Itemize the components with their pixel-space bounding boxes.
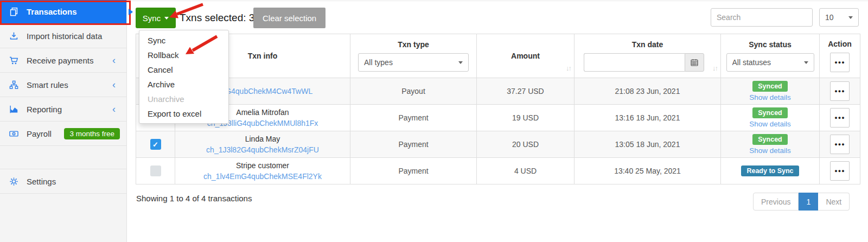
action-cell: ●●● xyxy=(820,131,860,158)
sidebar-item-label: Reporting xyxy=(27,105,62,114)
chevron-collapse-icon: ‹ xyxy=(112,55,120,65)
sync-status-cell: Synced Show details xyxy=(721,105,820,131)
sidebar-item-label: Payroll xyxy=(27,129,52,138)
sidebar-item-settings[interactable]: Settings xyxy=(0,169,126,194)
sidebar-item-payroll[interactable]: Payroll 3 months free xyxy=(0,122,126,146)
sync-dropdown-button[interactable]: Sync xyxy=(136,8,176,28)
page-size-select-wrap: 10 xyxy=(819,8,859,27)
pagination-page-1-button[interactable]: 1 xyxy=(799,193,818,211)
txn-type-filter-select[interactable]: All types xyxy=(358,53,469,72)
txn-date-filter-group xyxy=(584,53,704,72)
status-badge: Synced xyxy=(752,134,787,145)
row-action-button[interactable]: ●●● xyxy=(830,161,850,181)
bulk-action-button[interactable]: ●●● xyxy=(830,53,850,72)
row-action-button[interactable]: ●●● xyxy=(830,108,850,128)
money-icon xyxy=(9,129,19,139)
customer-name: Linda May xyxy=(175,133,350,144)
sidebar-item-label: Smart rules xyxy=(27,80,68,90)
transactions-table: Txn info Txn type All types Amount ↓↑ Tx… xyxy=(136,34,860,184)
sync-status-cell: Synced Show details xyxy=(721,78,820,105)
txn-date-cell: 13:16 18 Jun, 2021 xyxy=(575,105,721,131)
selected-count-text: Txns selected: 3 xyxy=(180,12,254,24)
sync-button-label: Sync xyxy=(143,14,161,23)
txn-date-cell: 13:40 25 May, 2021 xyxy=(575,158,721,184)
calendar-icon xyxy=(690,58,699,67)
table-row: ✓ Amelia Mitrofan ch_1J3lliG4qubChekMMUl… xyxy=(136,105,860,131)
menu-item-export-to-excel[interactable]: Export to excel xyxy=(139,106,228,121)
table-row: ✓ h37G4qubChekM4Cw4TwWL Payout 37.27 USD… xyxy=(136,78,860,105)
amount-cell: 20 USD xyxy=(477,131,575,158)
sort-amount-icon[interactable]: ↓↑ xyxy=(566,64,571,72)
pagination: Previous 1 Next xyxy=(753,193,850,211)
menu-item-unarchive: Unarchive xyxy=(139,92,228,106)
sync-status-filter-wrap: All statuses xyxy=(726,53,814,72)
sitemap-icon xyxy=(9,80,19,90)
txn-date-filter-input[interactable] xyxy=(584,53,685,72)
search-input[interactable] xyxy=(711,8,813,27)
status-badge: Synced xyxy=(752,107,787,119)
sidebar-item-transactions[interactable]: Transactions xyxy=(0,0,126,24)
col-header-sync-status: Sync status All statuses xyxy=(721,34,820,78)
menu-item-sync[interactable]: Sync xyxy=(139,33,228,48)
row-checkbox[interactable] xyxy=(150,165,161,176)
sync-dropdown-menu: Sync Rollback Cancel Archive Unarchive E… xyxy=(139,30,229,124)
sidebar-item-label: Receive payments xyxy=(27,56,93,65)
chart-icon xyxy=(9,104,19,114)
txn-info-cell: Stripe customer ch_1lv4EmG4qubChekMSE4Fl… xyxy=(175,158,350,184)
active-item-pointer-icon xyxy=(129,9,133,15)
action-cell: ●●● xyxy=(820,105,860,131)
show-details-link[interactable]: Show details xyxy=(721,120,819,128)
menu-item-rollback[interactable]: Rollback xyxy=(139,48,228,62)
gear-icon xyxy=(9,176,19,187)
menu-item-cancel[interactable]: Cancel xyxy=(139,62,228,77)
status-badge: Ready to Sync xyxy=(741,165,799,177)
pagination-previous-button[interactable]: Previous xyxy=(753,193,799,211)
row-select-cell xyxy=(136,158,175,184)
sidebar-item-smart-rules[interactable]: Smart rules ‹ xyxy=(0,73,126,97)
sync-status-cell: Synced Show details xyxy=(721,131,820,158)
txn-type-cell: Payment xyxy=(350,158,477,184)
table-row: Stripe customer ch_1lv4EmG4qubChekMSE4Fl… xyxy=(136,158,860,184)
page-size-select[interactable]: 10 xyxy=(819,8,859,27)
customer-name: Stripe customer xyxy=(175,160,350,171)
txn-date-cell: 13:05 18 Jun, 2021 xyxy=(575,131,721,158)
sidebar-item-reporting[interactable]: Reporting ‹ xyxy=(0,97,126,122)
sidebar-item-receive-payments[interactable]: Receive payments ‹ xyxy=(0,48,126,73)
amount-cell: 4 USD xyxy=(477,158,575,184)
table-row: ✓ Linda May ch_1J3l82G4qubChekMsrZ04jFU … xyxy=(136,131,860,158)
action-cell: ●●● xyxy=(820,78,860,105)
col-header-txn-type: Txn type All types xyxy=(350,34,477,78)
row-select-cell: ✓ xyxy=(136,131,175,158)
sidebar-item-label: Settings xyxy=(27,177,56,186)
chevron-collapse-icon: ‹ xyxy=(112,80,120,90)
col-header-txn-date: Txn date ↓↑ xyxy=(575,34,721,78)
sidebar-item-import-historical-data[interactable]: Import historical data xyxy=(0,24,126,48)
row-action-button[interactable]: ●●● xyxy=(830,81,850,101)
menu-item-archive[interactable]: Archive xyxy=(139,77,228,92)
sidebar-item-label: Import historical data xyxy=(27,31,102,41)
sidebar-item-label: Transactions xyxy=(27,7,77,16)
calendar-button[interactable] xyxy=(685,53,704,72)
row-action-button[interactable]: ●●● xyxy=(830,135,850,154)
txn-type-cell: Payment xyxy=(350,105,477,131)
sync-status-filter-select[interactable]: All statuses xyxy=(726,53,814,72)
txn-type-cell: Payout xyxy=(350,78,477,105)
show-details-link[interactable]: Show details xyxy=(721,147,819,155)
clear-selection-button[interactable]: Clear selection xyxy=(253,8,326,28)
col-header-action: Action ●●● xyxy=(820,34,860,78)
txn-id-link[interactable]: ch_1J3l82G4qubChekMsrZ04jFU xyxy=(206,144,319,155)
sort-txn-date-icon[interactable]: ↓↑ xyxy=(712,64,717,72)
action-cell: ●●● xyxy=(820,158,860,184)
cart-icon xyxy=(9,55,19,66)
chevron-collapse-icon: ‹ xyxy=(112,104,120,114)
txn-id-link[interactable]: ch_1lv4EmG4qubChekMSE4Fl2Yk xyxy=(203,171,322,182)
col-header-amount: Amount ↓↑ xyxy=(477,34,575,78)
caret-down-icon xyxy=(164,17,169,20)
txn-info-cell: Linda May ch_1J3l82G4qubChekMsrZ04jFU xyxy=(175,131,350,158)
row-checkbox[interactable]: ✓ xyxy=(150,139,161,150)
show-details-link[interactable]: Show details xyxy=(721,93,819,101)
amount-cell: 37.27 USD xyxy=(477,78,575,105)
sync-status-cell: Ready to Sync xyxy=(721,158,820,184)
txn-date-cell: 21:08 23 Jun, 2021 xyxy=(575,78,721,105)
pagination-next-button[interactable]: Next xyxy=(818,193,850,211)
